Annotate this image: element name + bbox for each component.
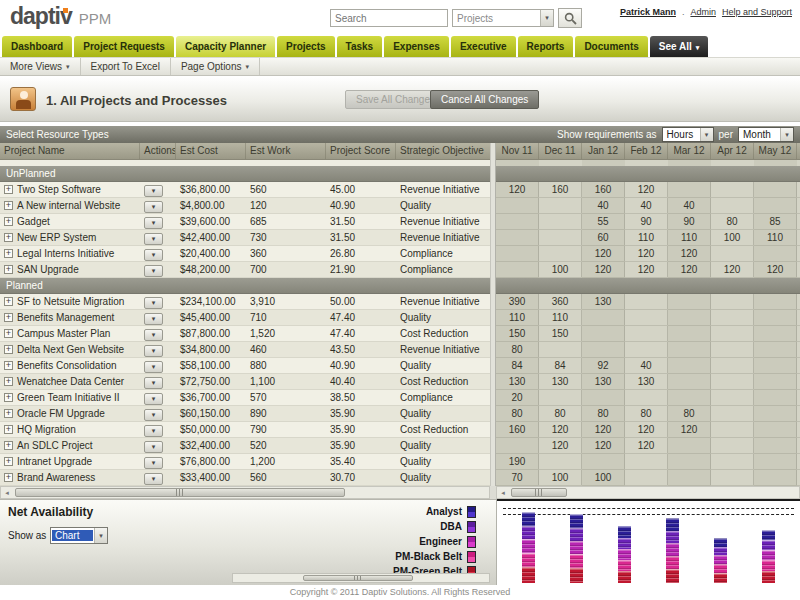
table-row[interactable]: +Delta Next Gen Website▾$34,800.0046043.… bbox=[0, 342, 490, 358]
requirement-cell[interactable]: 120 bbox=[496, 182, 539, 197]
requirement-cell[interactable] bbox=[711, 342, 754, 357]
requirement-cell[interactable]: 80 bbox=[496, 342, 539, 357]
requirement-cell[interactable] bbox=[668, 342, 711, 357]
requirement-cell[interactable]: 110 bbox=[496, 310, 539, 325]
requirement-cell[interactable] bbox=[754, 454, 797, 469]
table-row[interactable]: +SF to Netsuite Migration▾$234,100.003,9… bbox=[0, 294, 490, 310]
requirement-cell[interactable] bbox=[668, 374, 711, 389]
requirement-cell[interactable]: 130 bbox=[582, 294, 625, 309]
scrollbar-thumb[interactable] bbox=[303, 575, 413, 581]
expand-icon[interactable]: + bbox=[4, 185, 13, 194]
month-header-mar-12[interactable]: Mar 12 bbox=[668, 143, 711, 159]
row-actions-button[interactable]: ▾ bbox=[144, 409, 163, 421]
requirement-cell[interactable]: 130 bbox=[539, 374, 582, 389]
requirement-cell[interactable] bbox=[754, 422, 797, 437]
requirement-cell[interactable]: 80 bbox=[668, 406, 711, 421]
requirement-cell[interactable] bbox=[582, 310, 625, 325]
requirement-cell[interactable]: 70 bbox=[496, 470, 539, 485]
requirement-cell[interactable]: 120 bbox=[625, 262, 668, 277]
requirement-cell[interactable] bbox=[625, 326, 668, 341]
requirement-cell[interactable] bbox=[754, 294, 797, 309]
requirement-cell[interactable] bbox=[625, 310, 668, 325]
table-row[interactable]: +Green Team Initiative II▾$36,700.005703… bbox=[0, 390, 490, 406]
requirement-cell[interactable] bbox=[539, 230, 582, 245]
requirement-cell[interactable]: 390 bbox=[496, 294, 539, 309]
requirement-cell[interactable]: 40 bbox=[668, 198, 711, 213]
requirement-cell[interactable]: 160 bbox=[539, 182, 582, 197]
requirement-cell[interactable] bbox=[539, 198, 582, 213]
requirement-cell[interactable] bbox=[668, 358, 711, 373]
expand-icon[interactable]: + bbox=[4, 441, 13, 450]
requirement-cell[interactable]: 100 bbox=[711, 230, 754, 245]
table-row[interactable]: +A New internal Website▾$4,800.0012040.9… bbox=[0, 198, 490, 214]
row-actions-button[interactable]: ▾ bbox=[144, 217, 163, 229]
requirement-cell[interactable]: 120 bbox=[625, 182, 668, 197]
tab-project-requests[interactable]: Project Requests bbox=[74, 36, 174, 57]
requirement-cell[interactable]: 84 bbox=[496, 358, 539, 373]
page-options-menu[interactable]: Page Options ▾ bbox=[171, 58, 260, 75]
requirement-cell[interactable] bbox=[625, 294, 668, 309]
row-actions-button[interactable]: ▾ bbox=[144, 361, 163, 373]
requirement-cell[interactable]: 120 bbox=[582, 246, 625, 261]
requirement-cell[interactable] bbox=[711, 294, 754, 309]
requirement-cell[interactable]: 85 bbox=[754, 214, 797, 229]
expand-icon[interactable]: + bbox=[4, 201, 13, 210]
search-input[interactable] bbox=[330, 9, 448, 27]
grid-horizontal-scrollbar[interactable]: ◂ bbox=[496, 486, 800, 499]
expand-icon[interactable]: + bbox=[4, 457, 13, 466]
requirement-cell[interactable]: 120 bbox=[711, 262, 754, 277]
requirement-cell[interactable] bbox=[711, 438, 754, 453]
column-header-est-work[interactable]: Est Work bbox=[246, 143, 326, 159]
requirement-cell[interactable] bbox=[754, 406, 797, 421]
requirement-cell[interactable]: 60 bbox=[582, 230, 625, 245]
expand-icon[interactable]: + bbox=[4, 393, 13, 402]
month-header-dec-11[interactable]: Dec 11 bbox=[539, 143, 582, 159]
requirement-cell[interactable] bbox=[711, 422, 754, 437]
requirement-cell[interactable]: 110 bbox=[668, 230, 711, 245]
requirement-cell[interactable] bbox=[754, 310, 797, 325]
table-row[interactable]: +Oracle FM Upgrade▾$60,150.0089035.90Qua… bbox=[0, 406, 490, 422]
requirement-cell[interactable] bbox=[625, 342, 668, 357]
requirement-cell[interactable] bbox=[539, 390, 582, 405]
units-select[interactable]: Hours ▾ bbox=[662, 127, 714, 142]
requirement-cell[interactable]: 84 bbox=[539, 358, 582, 373]
export-to-excel-button[interactable]: Export To Excel bbox=[81, 58, 171, 75]
requirement-cell[interactable]: 100 bbox=[539, 470, 582, 485]
search-scope-select[interactable]: Projects ▾ bbox=[452, 9, 554, 27]
requirement-cell[interactable] bbox=[754, 198, 797, 213]
month-header-jan-12[interactable]: Jan 12 bbox=[582, 143, 625, 159]
requirement-cell[interactable] bbox=[668, 438, 711, 453]
requirement-cell[interactable] bbox=[711, 390, 754, 405]
requirement-cell[interactable]: 80 bbox=[496, 406, 539, 421]
requirement-cell[interactable]: 90 bbox=[625, 214, 668, 229]
requirement-cell[interactable]: 150 bbox=[539, 326, 582, 341]
table-row[interactable]: +Brand Awareness▾$33,400.0056030.70Quali… bbox=[0, 470, 490, 486]
requirement-cell[interactable] bbox=[754, 390, 797, 405]
requirement-cell[interactable]: 110 bbox=[754, 230, 797, 245]
table-row[interactable]: +Wenatchee Data Center▾$72,750.001,10040… bbox=[0, 374, 490, 390]
requirement-cell[interactable]: 92 bbox=[582, 358, 625, 373]
requirement-cell[interactable] bbox=[711, 374, 754, 389]
panel-horizontal-scrollbar[interactable] bbox=[232, 573, 490, 583]
tab-tasks[interactable]: Tasks bbox=[337, 36, 383, 57]
expand-icon[interactable]: + bbox=[4, 297, 13, 306]
expand-icon[interactable]: + bbox=[4, 265, 13, 274]
requirement-cell[interactable]: 120 bbox=[668, 422, 711, 437]
requirement-cell[interactable] bbox=[668, 470, 711, 485]
table-row[interactable]: +Benefits Consolidation▾$58,100.0088040.… bbox=[0, 358, 490, 374]
requirement-cell[interactable] bbox=[496, 438, 539, 453]
requirement-cell[interactable]: 90 bbox=[668, 214, 711, 229]
scroll-left-arrow-icon[interactable]: ◂ bbox=[497, 489, 509, 497]
requirement-cell[interactable]: 110 bbox=[625, 230, 668, 245]
month-header-may-12[interactable]: May 12 bbox=[754, 143, 797, 159]
tab-documents[interactable]: Documents bbox=[575, 36, 647, 57]
tab-capacity-planner[interactable]: Capacity Planner bbox=[176, 36, 275, 57]
expand-icon[interactable]: + bbox=[4, 217, 13, 226]
requirement-cell[interactable] bbox=[582, 326, 625, 341]
row-actions-button[interactable]: ▾ bbox=[144, 345, 163, 357]
requirement-cell[interactable]: 120 bbox=[539, 422, 582, 437]
requirement-cell[interactable]: 120 bbox=[539, 438, 582, 453]
requirement-cell[interactable] bbox=[711, 326, 754, 341]
requirement-cell[interactable] bbox=[754, 374, 797, 389]
requirement-cell[interactable] bbox=[668, 390, 711, 405]
